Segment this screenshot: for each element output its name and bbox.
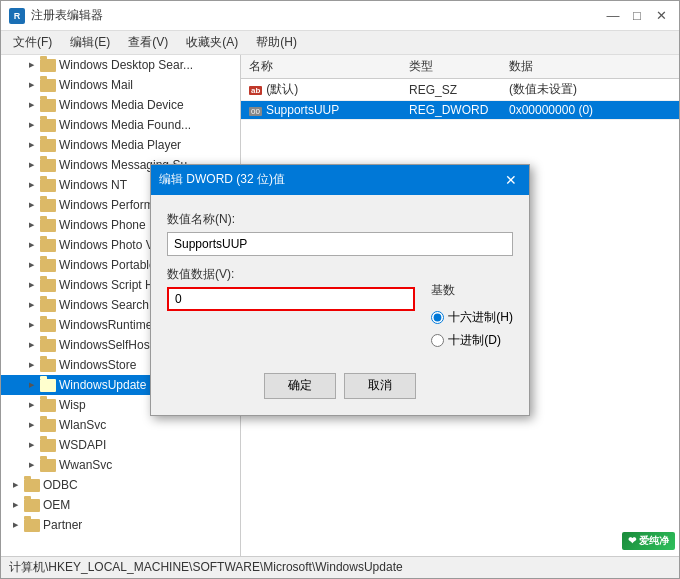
base-section: 基数 十六进制(H) 十进制(D) [431, 266, 513, 349]
radio-dec-text: 十进制(D) [448, 332, 501, 349]
name-section: 数值名称(N): [167, 211, 513, 256]
value-label: 数值数据(V): [167, 266, 415, 283]
dialog-close-button[interactable]: ✕ [501, 170, 521, 190]
dialog-title: 编辑 DWORD (32 位)值 [159, 171, 501, 188]
dialog-title-bar: 编辑 DWORD (32 位)值 ✕ [151, 165, 529, 195]
dialog-overlay: 编辑 DWORD (32 位)值 ✕ 数值名称(N): 数值数据(V): 基数 [1, 1, 679, 578]
name-label: 数值名称(N): [167, 211, 513, 228]
cancel-button[interactable]: 取消 [344, 373, 416, 399]
edit-dword-dialog: 编辑 DWORD (32 位)值 ✕ 数值名称(N): 数值数据(V): 基数 [150, 164, 530, 416]
dialog-body: 数值名称(N): 数值数据(V): 基数 十六进制(H) [151, 195, 529, 365]
value-section: 数值数据(V): [167, 266, 415, 349]
radio-hex-label[interactable]: 十六进制(H) [431, 309, 513, 326]
radio-dec-label[interactable]: 十进制(D) [431, 332, 513, 349]
radio-hex-text: 十六进制(H) [448, 309, 513, 326]
radio-hex[interactable] [431, 311, 444, 324]
name-input[interactable] [167, 232, 513, 256]
radio-dec[interactable] [431, 334, 444, 347]
value-input[interactable] [167, 287, 415, 311]
dialog-footer: 确定 取消 [151, 365, 529, 415]
ok-button[interactable]: 确定 [264, 373, 336, 399]
value-row: 数值数据(V): 基数 十六进制(H) 十进制(D) [167, 266, 513, 349]
main-window: R 注册表编辑器 ― □ ✕ 文件(F) 编辑(E) 查看(V) 收藏夹(A) … [0, 0, 680, 579]
base-label: 基数 [431, 282, 513, 299]
